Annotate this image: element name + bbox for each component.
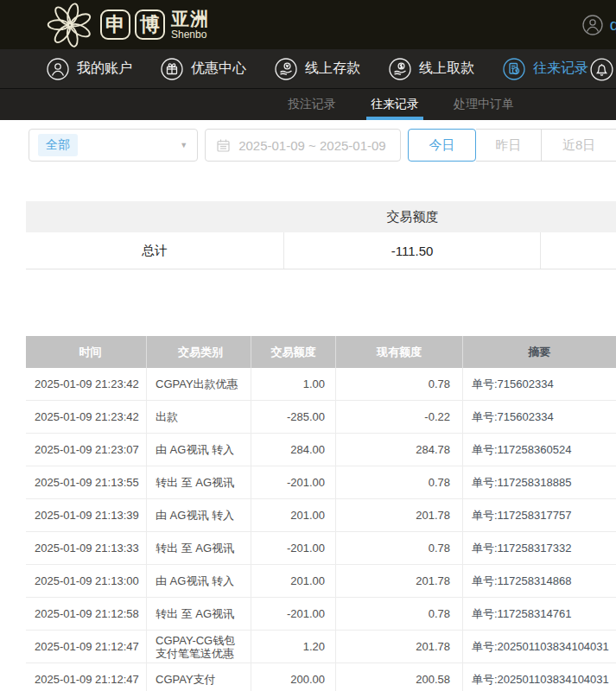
cell-balance: 284.78 bbox=[336, 434, 463, 466]
cell-amount: 201.00 bbox=[251, 499, 336, 531]
cell-type: CGPAY支付 bbox=[147, 663, 251, 691]
user-icon bbox=[47, 58, 69, 80]
cell-time: 2025-01-09 21:13:00 bbox=[26, 565, 147, 597]
col-header-time: 时间 bbox=[26, 336, 147, 368]
cell-time: 2025-01-09 21:13:39 bbox=[26, 499, 147, 531]
cell-memo: 单号:202501103834104031 bbox=[463, 631, 616, 662]
cell-memo: 单号:715602334 bbox=[463, 368, 616, 400]
nav-item-my-account[interactable]: 我的账户 bbox=[47, 58, 132, 80]
summary-table: 交易额度 总计 -111.50 bbox=[26, 201, 616, 269]
withdraw-icon bbox=[389, 58, 411, 80]
username-label: qh bbox=[610, 16, 616, 35]
cell-memo: 单号:117258314868 bbox=[463, 565, 616, 597]
cell-time: 2025-01-09 21:23:07 bbox=[26, 434, 147, 466]
cell-balance: -0.22 bbox=[336, 401, 463, 433]
nav-item-withdraw[interactable]: 线上取款 bbox=[389, 58, 474, 80]
cell-time: 2025-01-09 21:12:47 bbox=[26, 663, 147, 691]
table-header-row: 时间 交易类别 交易额度 现有额度 摘要 bbox=[26, 336, 616, 368]
cell-memo: 单号:117258317332 bbox=[463, 532, 616, 564]
user-avatar-icon bbox=[582, 15, 603, 35]
table-row: 2025-01-09 21:13:39 由 AG视讯 转入 201.00 201… bbox=[26, 499, 616, 532]
notifications-button[interactable] bbox=[590, 58, 613, 81]
gift-icon bbox=[161, 58, 183, 80]
cell-type: 转出 至 AG视讯 bbox=[147, 532, 251, 564]
col-header-type: 交易类别 bbox=[147, 336, 251, 368]
col-header-balance: 现有额度 bbox=[336, 336, 463, 368]
cell-time: 2025-01-09 21:23:42 bbox=[26, 401, 147, 433]
summary-total-row: 总计 -111.50 bbox=[26, 232, 616, 269]
cell-type: 由 AG视讯 转入 bbox=[147, 565, 251, 597]
records-icon bbox=[503, 58, 525, 80]
cell-time: 2025-01-09 21:13:33 bbox=[26, 532, 147, 564]
table-row: 2025-01-09 21:23:07 由 AG视讯 转入 284.00 284… bbox=[26, 434, 616, 466]
nav-label: 优惠中心 bbox=[191, 60, 246, 78]
table-row: 2025-01-09 21:12:47 CGPAY支付 200.00 200.5… bbox=[26, 663, 616, 691]
table-row: 2025-01-09 21:12:47 CGPAY-CG钱包支付笔笔送优惠 1.… bbox=[26, 631, 616, 663]
user-area[interactable]: qh bbox=[582, 0, 616, 49]
logo-char-bo: 博 bbox=[135, 10, 165, 40]
cell-amount: 201.00 bbox=[251, 565, 336, 597]
logo-char-shen: 申 bbox=[100, 10, 130, 40]
tab-bet-records[interactable]: 投注记录 bbox=[283, 89, 340, 120]
table-row: 2025-01-09 21:13:00 由 AG视讯 转入 201.00 201… bbox=[26, 565, 616, 598]
cell-time: 2025-01-09 21:23:42 bbox=[26, 368, 147, 400]
sub-nav: 投注记录 往来记录 处理中订单 bbox=[0, 89, 616, 120]
category-select[interactable]: 全部 ▼ bbox=[29, 129, 198, 162]
col-header-memo: 摘要 bbox=[463, 336, 616, 368]
cell-time: 2025-01-09 21:13:55 bbox=[26, 466, 147, 498]
nav-item-deposit[interactable]: 线上存款 bbox=[275, 58, 360, 80]
table-row: 2025-01-09 21:13:33 转出 至 AG视讯 -201.00 0.… bbox=[26, 532, 616, 565]
logo-region: 亚洲 Shenbo bbox=[171, 10, 209, 40]
summary-total-value: -111.50 bbox=[284, 232, 541, 269]
table-row: 2025-01-09 21:23:42 出款 -285.00 -0.22 单号:… bbox=[26, 401, 616, 434]
cell-type: 出款 bbox=[147, 401, 251, 433]
nav-item-transaction-records[interactable]: 往来记录 bbox=[503, 58, 588, 80]
cell-type: 转出 至 AG视讯 bbox=[147, 598, 251, 630]
cell-type: 转出 至 AG视讯 bbox=[147, 466, 251, 498]
nav-label: 往来记录 bbox=[533, 60, 588, 78]
cell-memo: 单号:117258314761 bbox=[463, 598, 616, 630]
cell-memo: 单号:715602334 bbox=[463, 401, 616, 433]
table-row: 2025-01-09 21:23:42 CGPAY出款优惠 1.00 0.78 … bbox=[26, 368, 616, 401]
tab-transaction-records[interactable]: 往来记录 bbox=[366, 89, 423, 120]
cell-amount: 1.20 bbox=[251, 631, 336, 662]
cell-balance: 0.78 bbox=[336, 368, 463, 400]
summary-header-row: 交易额度 bbox=[26, 201, 616, 232]
nav-label: 我的账户 bbox=[77, 60, 132, 78]
cell-amount: 284.00 bbox=[251, 434, 336, 466]
cell-balance: 0.78 bbox=[336, 466, 463, 498]
cell-balance: 201.78 bbox=[336, 631, 463, 662]
cell-time: 2025-01-09 21:12:47 bbox=[26, 631, 147, 662]
today-button[interactable]: 今日 bbox=[408, 129, 476, 162]
cell-amount: -201.00 bbox=[251, 532, 336, 564]
cell-amount: -201.00 bbox=[251, 466, 336, 498]
table-row: 2025-01-09 21:13:55 转出 至 AG视讯 -201.00 0.… bbox=[26, 466, 616, 499]
cell-type: CGPAY出款优惠 bbox=[147, 368, 251, 400]
chevron-down-icon: ▼ bbox=[180, 141, 187, 149]
cell-balance: 201.78 bbox=[336, 565, 463, 597]
bell-icon bbox=[590, 58, 613, 81]
nav-label: 线上存款 bbox=[305, 60, 360, 78]
calendar-icon bbox=[216, 138, 231, 153]
nav-label: 线上取款 bbox=[419, 60, 474, 78]
cell-amount: 1.00 bbox=[251, 368, 336, 400]
date-range-value: 2025-01-09 ~ 2025-01-09 bbox=[238, 138, 386, 153]
yesterday-button[interactable]: 昨日 bbox=[476, 129, 543, 162]
last-8-days-button[interactable]: 近8日 bbox=[542, 129, 616, 162]
table-row: 2025-01-09 21:12:58 转出 至 AG视讯 -201.00 0.… bbox=[26, 598, 616, 631]
transactions-table: 时间 交易类别 交易额度 现有额度 摘要 2025-01-09 21:23:42… bbox=[26, 336, 616, 691]
tab-pending-orders[interactable]: 处理中订单 bbox=[449, 89, 518, 120]
brand-logo[interactable]: 申 博 亚洲 Shenbo bbox=[47, 2, 209, 48]
filter-bar: 全部 ▼ 2025-01-09 ~ 2025-01-09 今日 昨日 近8日 bbox=[29, 128, 616, 162]
main-nav: 我的账户 优惠中心 线上存款 bbox=[0, 49, 616, 89]
date-range-input[interactable]: 2025-01-09 ~ 2025-01-09 bbox=[205, 129, 401, 162]
cell-amount: -201.00 bbox=[251, 598, 336, 630]
category-selected-value: 全部 bbox=[38, 134, 78, 156]
top-header: 申 博 亚洲 Shenbo qh bbox=[0, 0, 616, 49]
cell-type: 由 AG视讯 转入 bbox=[147, 499, 251, 531]
cell-memo: 单号:202501103834104031 bbox=[463, 663, 616, 691]
cell-type: CGPAY-CG钱包支付笔笔送优惠 bbox=[147, 631, 251, 662]
col-header-amount: 交易额度 bbox=[251, 336, 336, 368]
nav-item-promotions[interactable]: 优惠中心 bbox=[161, 58, 246, 80]
summary-col-header: 交易额度 bbox=[284, 209, 541, 225]
